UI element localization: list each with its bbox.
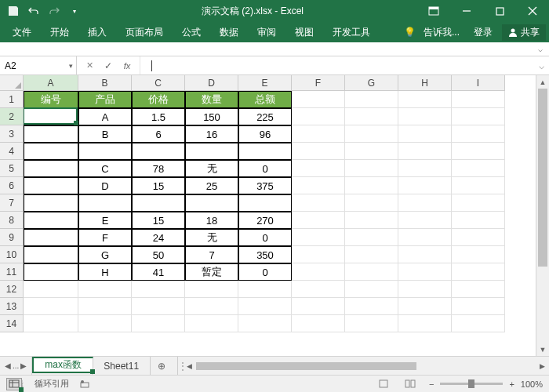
cell-I4[interactable] [452,143,505,160]
cell-E12[interactable] [238,281,292,298]
row-header-3[interactable]: 3 [0,125,24,143]
cell-C2[interactable]: 1.5 [132,108,185,125]
cell-D11[interactable]: 暂定 [185,263,238,281]
cell-D8[interactable]: 18 [185,212,238,229]
tab-nav[interactable]: ◀ ... ▶ [0,357,32,375]
cell-E6[interactable]: 375 [238,177,292,194]
cell-G5[interactable] [345,160,398,177]
cell-A8[interactable] [24,212,78,229]
cell-H1[interactable] [398,91,452,108]
cell-E5[interactable]: 0 [238,160,292,177]
col-header-B[interactable]: B [78,75,132,91]
cell-B13[interactable] [78,298,132,315]
share-button[interactable]: 共享 [502,24,546,41]
save-icon[interactable] [6,4,20,18]
ribbon-tab-8[interactable]: 开发工具 [323,22,380,42]
cell-E2[interactable]: 225 [238,108,292,125]
cell-C11[interactable]: 41 [132,263,185,281]
col-header-I[interactable]: I [452,75,505,91]
row-header-10[interactable]: 10 [0,246,24,263]
col-header-H[interactable]: H [398,75,452,91]
cell-I2[interactable] [452,108,505,125]
cell-B10[interactable]: G [78,246,132,263]
row-header-9[interactable]: 9 [0,229,24,246]
undo-icon[interactable] [27,4,41,18]
enter-icon[interactable]: ✓ [99,56,118,75]
cell-C13[interactable] [132,298,185,315]
cell-D3[interactable]: 16 [185,125,238,143]
cell-G1[interactable] [345,91,398,108]
macro-record-icon[interactable] [80,379,89,389]
cell-G10[interactable] [345,246,398,263]
row-header-6[interactable]: 6 [0,177,24,194]
cell-E11[interactable]: 0 [238,263,292,281]
cell-I13[interactable] [452,298,505,315]
cells-area[interactable]: 编号产品价格数量总额A1.5150225B61696C78无0D1525375E… [24,91,536,332]
cell-C8[interactable]: 15 [132,212,185,229]
cell-F8[interactable] [292,212,345,229]
col-header-F[interactable]: F [292,75,345,91]
cell-D9[interactable]: 无 [185,229,238,246]
select-all-corner[interactable] [0,75,24,91]
cell-B14[interactable] [78,315,132,332]
close-icon[interactable] [516,0,549,22]
cell-I7[interactable] [452,194,505,212]
ribbon-tab-2[interactable]: 插入 [78,22,116,42]
cell-C3[interactable]: 6 [132,125,185,143]
row-header-7[interactable]: 7 [0,194,24,212]
col-header-G[interactable]: G [345,75,398,91]
cell-I10[interactable] [452,246,505,263]
row-header-8[interactable]: 8 [0,212,24,229]
cell-C1[interactable]: 价格 [132,91,185,108]
scroll-up-icon[interactable]: ▲ [536,75,549,89]
cell-G4[interactable] [345,143,398,160]
cell-F6[interactable] [292,177,345,194]
cell-A6[interactable] [24,177,78,194]
col-header-E[interactable]: E [238,75,292,91]
cell-B11[interactable]: H [78,263,132,281]
cell-H5[interactable] [398,160,452,177]
scroll-left-icon[interactable]: ◀ [183,362,196,370]
cell-C12[interactable] [132,281,185,298]
cell-E3[interactable]: 96 [238,125,292,143]
cell-E4[interactable] [238,143,292,160]
maximize-icon[interactable] [483,0,516,22]
row-header-5[interactable]: 5 [0,160,24,177]
tab-more-icon[interactable]: ... [13,361,19,370]
cell-A10[interactable] [24,246,78,263]
cell-I1[interactable] [452,91,505,108]
cell-D1[interactable]: 数量 [185,91,238,108]
cell-B4[interactable] [78,143,132,160]
ribbon-tab-1[interactable]: 开始 [41,22,78,42]
cell-D4[interactable] [185,143,238,160]
cell-G9[interactable] [345,229,398,246]
redo-icon[interactable] [47,4,61,18]
cell-C10[interactable]: 50 [132,246,185,263]
cell-D13[interactable] [185,298,238,315]
cell-D6[interactable]: 25 [185,177,238,194]
qat-dropdown-icon[interactable]: ▾ [67,4,82,18]
cell-C7[interactable] [132,194,185,212]
cell-A3[interactable] [24,125,78,143]
cell-G2[interactable] [345,108,398,125]
cell-E9[interactable]: 0 [238,229,292,246]
cancel-icon[interactable]: ✕ [80,56,99,75]
ribbon-tab-5[interactable]: 数据 [210,22,248,42]
zoom-slider[interactable] [440,383,503,385]
expand-formula-icon[interactable]: ⌵ [533,56,549,74]
cell-F11[interactable] [292,263,345,281]
ribbon-tab-0[interactable]: 文件 [3,22,41,42]
scroll-down-icon[interactable]: ▼ [536,343,549,356]
horizontal-scrollbar[interactable]: ⋮ ◀ ▶ [177,357,549,375]
cell-I5[interactable] [452,160,505,177]
cell-H7[interactable] [398,194,452,212]
cell-E13[interactable] [238,298,292,315]
ribbon-options-icon[interactable] [417,0,450,22]
cell-I3[interactable] [452,125,505,143]
cell-I6[interactable] [452,177,505,194]
row-header-13[interactable]: 13 [0,298,24,315]
row-header-11[interactable]: 11 [0,263,24,281]
cell-C6[interactable]: 15 [132,177,185,194]
fx-icon[interactable]: fx [118,56,136,75]
cell-D5[interactable]: 无 [185,160,238,177]
